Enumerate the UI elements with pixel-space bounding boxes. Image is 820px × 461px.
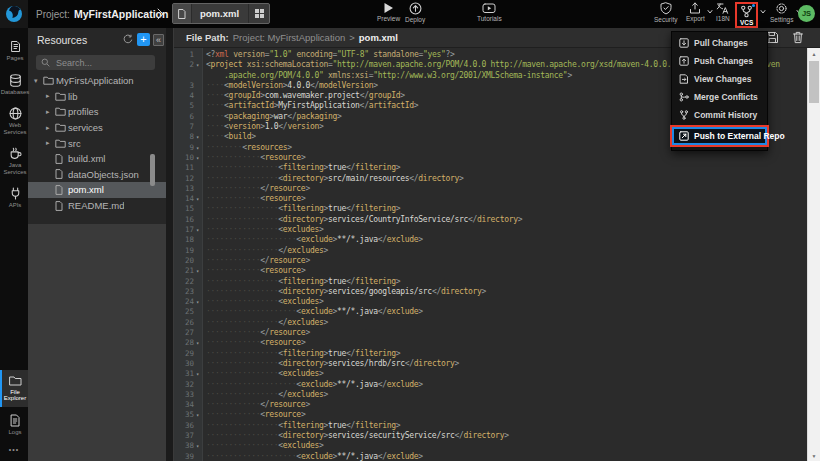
code-text: ····<groupId>com.wavemaker.project</grou… — [202, 91, 405, 101]
code-text: ············</resource> — [202, 400, 310, 410]
sidebar-item-pages[interactable]: Pages — [0, 35, 28, 67]
sidebar-item-apis[interactable]: APIs — [0, 182, 28, 214]
chevron-expanded-icon[interactable]: ▾ — [34, 77, 43, 85]
refresh-icon[interactable] — [123, 34, 133, 44]
add-resource-button[interactable]: + — [137, 33, 150, 46]
code-line: 39····················<exclude>**/*.java… — [174, 452, 807, 461]
sidebar-item-file-explorer[interactable]: File Explorer — [0, 370, 28, 407]
settings-button[interactable]: Settings — [770, 2, 802, 23]
tree-item-pom-xml[interactable]: pom.xml — [28, 182, 166, 198]
fold-marker-icon[interactable]: ▾ — [194, 225, 202, 235]
menu-item-commit-history[interactable]: Commit History — [672, 106, 767, 124]
security-button[interactable]: Security — [654, 2, 677, 23]
grid-icon[interactable] — [248, 4, 269, 23]
line-number: 32 — [174, 380, 194, 390]
vcs-button[interactable]: VCS — [735, 2, 766, 28]
i18n-button[interactable]: I18N — [716, 2, 730, 22]
notification-dot — [752, 4, 755, 7]
fold-column — [194, 380, 202, 390]
chevron-collapsed-icon[interactable]: ▸ — [46, 124, 55, 132]
search-input[interactable] — [54, 57, 150, 69]
tree-scrollbar-thumb[interactable] — [150, 154, 155, 186]
fold-column — [194, 287, 202, 297]
line-number: 15 — [174, 204, 194, 214]
vcs-menu: Pull ChangesPush ChangesView ChangesMerg… — [671, 31, 768, 151]
export-button[interactable]: Export — [686, 2, 713, 22]
tree-item-label: src — [68, 138, 81, 149]
tree-item-profiles[interactable]: ▸profiles — [28, 104, 166, 120]
fold-marker-icon[interactable]: ▾ — [194, 410, 202, 420]
scroll-down-arrow-icon[interactable]: ▼ — [808, 450, 820, 461]
sidebar-item-label: APIs — [9, 202, 22, 209]
editor-actions — [766, 31, 804, 44]
logs-icon — [9, 414, 21, 427]
rail-more-button[interactable]: ••• — [0, 446, 28, 453]
tree-item-services[interactable]: ▸services — [28, 120, 166, 136]
fold-column — [194, 91, 202, 101]
sidebar-item-databases[interactable]: Databases — [0, 69, 28, 101]
fold-marker-icon[interactable]: ▾ — [194, 194, 202, 204]
fold-marker-icon[interactable]: ▾ — [194, 338, 202, 348]
tree-item-dataobjects-json[interactable]: dataObjects.json — [28, 167, 166, 183]
code-text: ················<filtering>true</filteri… — [202, 349, 400, 359]
merge-conflicts-icon — [679, 92, 689, 102]
apis-icon — [9, 187, 22, 200]
deploy-button[interactable]: Deploy — [405, 2, 425, 23]
tab-pom-xml[interactable]: pom.xml — [172, 3, 270, 24]
wavemaker-logo[interactable] — [0, 0, 28, 28]
chevron-collapsed-icon[interactable]: ▸ — [46, 92, 55, 100]
menu-item-pull-changes[interactable]: Pull Changes — [672, 34, 767, 52]
menu-item-merge-conflicts[interactable]: Merge Conflicts — [672, 88, 767, 106]
fold-marker-icon[interactable]: ▾ — [194, 266, 202, 276]
resources-tree-area: Resources + « ▾MyFirstApplication▸lib▸pr… — [28, 28, 166, 224]
fold-marker-icon[interactable]: ▾ — [194, 132, 202, 142]
code-text: ············<resource> — [202, 194, 305, 204]
tree-item-build-xml[interactable]: build.xml — [28, 151, 166, 167]
fold-marker-icon[interactable]: ▾ — [194, 297, 202, 307]
sidebar-item-web-services[interactable]: Web Services — [0, 102, 28, 140]
tree-item-label: profiles — [68, 106, 99, 117]
fold-marker-icon[interactable]: ▾ — [194, 60, 202, 70]
tree-item-label: build.xml — [68, 153, 106, 164]
panel-resize-divider[interactable] — [166, 28, 173, 461]
collapse-panel-button[interactable]: « — [153, 34, 164, 46]
user-avatar[interactable]: JS — [798, 5, 815, 22]
code-text: ····················<exclude>**/*.java</… — [202, 452, 423, 461]
tree-item-myfirstapplication[interactable]: ▾MyFirstApplication — [28, 73, 166, 89]
file-icon — [55, 169, 68, 179]
fold-marker-icon[interactable]: ▾ — [194, 441, 202, 451]
fold-column — [194, 235, 202, 245]
fold-column — [194, 349, 202, 359]
tree-item-src[interactable]: ▸src — [28, 135, 166, 151]
tutorials-button[interactable]: Tutorials — [477, 2, 502, 22]
code-text: ················<directory>src/main/reso… — [202, 174, 464, 184]
menu-item-push-to-external-repo[interactable]: Push to External Repo — [670, 125, 769, 147]
code-line: 26················</excludes> — [174, 318, 807, 328]
fold-column — [194, 307, 202, 317]
line-number: 4 — [174, 91, 194, 101]
tree-item-lib[interactable]: ▸lib — [28, 89, 166, 105]
sidebar-item-java-services[interactable]: Java Services — [0, 142, 28, 180]
chevron-collapsed-icon[interactable]: ▸ — [46, 108, 55, 116]
push-changes-icon — [679, 56, 689, 66]
preview-button[interactable]: Preview — [377, 2, 400, 22]
fold-marker-icon[interactable]: ▾ — [194, 143, 202, 153]
chevron-collapsed-icon[interactable]: ▸ — [46, 139, 55, 147]
resources-panel: Resources + « ▾MyFirstApplication▸lib▸pr… — [28, 28, 166, 461]
sidebar-item-logs[interactable]: Logs — [0, 409, 28, 441]
scrollbar-thumb[interactable] — [809, 61, 819, 103]
menu-item-view-changes[interactable]: View Changes — [672, 70, 767, 88]
search-box[interactable] — [36, 55, 155, 70]
tree-item-readme-md[interactable]: README.md — [28, 198, 166, 214]
trash-icon[interactable] — [792, 31, 804, 44]
code-line: 15················<filtering>true</filte… — [174, 204, 807, 214]
fold-marker-icon[interactable]: ▾ — [194, 369, 202, 379]
fold-marker-icon[interactable]: ▾ — [194, 153, 202, 163]
database-icon — [9, 74, 22, 87]
editor-scrollbar[interactable]: ▲ ▼ — [807, 48, 820, 461]
breadcrumb[interactable]: Project: MyFirstApplication — [233, 32, 345, 43]
tab-label: pom.xml — [192, 8, 248, 19]
menu-item-push-changes[interactable]: Push Changes — [672, 52, 767, 70]
scroll-up-arrow-icon[interactable]: ▲ — [808, 48, 820, 59]
fold-column — [194, 421, 202, 431]
